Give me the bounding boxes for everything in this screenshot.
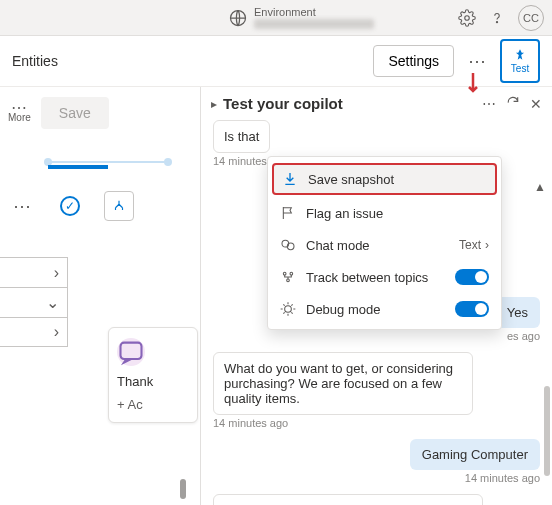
menu-chat-mode[interactable]: Chat mode Text › (268, 229, 501, 261)
svg-point-7 (290, 272, 293, 275)
close-icon[interactable]: ✕ (530, 96, 542, 112)
chevron-right-icon: › (54, 323, 59, 341)
more-button[interactable]: ⋯ More (8, 103, 31, 124)
check-icon: ✓ (60, 196, 80, 216)
svg-rect-3 (121, 343, 142, 359)
canvas-connector (48, 161, 168, 163)
save-button[interactable]: Save (41, 97, 109, 129)
panel-title: Test your copilot (223, 95, 476, 112)
test-button-label: Test (511, 63, 529, 74)
ellipsis-icon: ⋯ (13, 195, 31, 217)
flag-icon (280, 205, 296, 221)
svg-point-8 (287, 279, 290, 282)
stack-group: › ⌄ › (0, 257, 68, 347)
bot-message: Is that (213, 120, 270, 153)
timestamp: 14 minutes ago (213, 472, 540, 484)
menu-track-topics[interactable]: Track between topics (268, 261, 501, 293)
more-label: More (8, 112, 31, 123)
annotation-arrow (466, 71, 480, 102)
menu-save-snapshot[interactable]: Save snapshot (272, 163, 497, 195)
ellipsis-icon: ⋯ (11, 103, 27, 113)
gear-icon[interactable] (458, 9, 476, 27)
svg-point-1 (465, 15, 470, 20)
avatar[interactable]: CC (518, 5, 544, 31)
menu-label: Save snapshot (308, 172, 394, 187)
menu-label: Flag an issue (306, 206, 383, 221)
node-overflow[interactable]: ⋯ (8, 192, 36, 220)
canvas-highlight (48, 165, 108, 169)
topics-icon (280, 269, 296, 285)
test-button[interactable]: Test (500, 39, 540, 83)
download-icon (282, 171, 298, 187)
timestamp: es ago (213, 330, 540, 342)
stack-item[interactable]: › (0, 317, 68, 347)
menu-flag-issue[interactable]: Flag an issue (268, 197, 501, 229)
svg-point-9 (285, 306, 292, 313)
panel-overflow-button[interactable]: ⋯ (482, 96, 496, 112)
branch-node[interactable] (104, 191, 134, 221)
help-icon[interactable] (488, 9, 506, 27)
bot-message: What do you want to get, or considering … (213, 352, 473, 415)
caret-right-icon[interactable]: ▸ (211, 97, 217, 111)
panel-header: ▸ Test your copilot ⋯ ✕ (201, 87, 552, 120)
bug-icon (280, 301, 296, 317)
refresh-icon[interactable] (506, 95, 520, 112)
card-add-label[interactable]: + Ac (117, 397, 189, 412)
stack-item[interactable]: ⌄ (0, 287, 68, 317)
avatar-initials: CC (523, 12, 539, 24)
chevron-down-icon: ⌄ (46, 293, 59, 312)
menu-label: Debug mode (306, 302, 380, 317)
card-title: Thank (117, 374, 189, 389)
bot-message: Go get 'em tiger! Sudoku helps keep the … (213, 494, 483, 505)
chat-body: Is that 14 minutes ago Save snapshot Fla… (201, 120, 552, 505)
scroll-up-icon[interactable]: ▲ (534, 180, 546, 194)
canvas: ⋯ ✓ › ⌄ › Thank + Ac (8, 147, 192, 487)
test-panel: ▸ Test your copilot ⋯ ✕ Is that 14 minut… (200, 87, 552, 505)
svg-point-5 (287, 243, 294, 250)
chat-icon (280, 237, 296, 253)
node-check[interactable]: ✓ (56, 192, 84, 220)
top-bar: Environment CC (0, 0, 552, 36)
toggle-track-topics[interactable] (455, 269, 489, 285)
pin-icon (513, 48, 527, 62)
canvas-scrollbar-thumb[interactable] (180, 479, 186, 499)
environment-block: Environment (254, 6, 374, 29)
environment-name-blurred (254, 19, 374, 29)
overflow-button[interactable]: ⋯ (464, 52, 490, 70)
menu-debug-mode[interactable]: Debug mode (268, 293, 501, 325)
main-area: ⋯ More Save ⋯ ✓ › ⌄ › (0, 87, 552, 505)
settings-button[interactable]: Settings (373, 45, 454, 77)
chevron-right-icon: › (54, 264, 59, 282)
panel-overflow-menu: Save snapshot Flag an issue Chat mode Te… (267, 156, 502, 330)
environment-label: Environment (254, 6, 374, 18)
stack-item[interactable]: › (0, 257, 68, 287)
svg-point-2 (496, 21, 497, 22)
branch-icon (112, 199, 126, 213)
page-title: Entities (12, 53, 58, 69)
message-icon (117, 338, 145, 366)
authoring-canvas: ⋯ More Save ⋯ ✓ › ⌄ › (0, 87, 200, 505)
chevron-right-icon: › (485, 238, 489, 252)
chat-scrollbar-thumb[interactable] (544, 386, 550, 476)
message-node-card[interactable]: Thank + Ac (108, 327, 198, 423)
environment-icon (228, 8, 248, 28)
svg-point-6 (283, 272, 286, 275)
menu-label: Track between topics (306, 270, 428, 285)
toggle-debug-mode[interactable] (455, 301, 489, 317)
menu-label: Chat mode (306, 238, 370, 253)
user-reply[interactable]: Gaming Computer (410, 439, 540, 470)
menu-value: Text › (459, 238, 489, 252)
timestamp: 14 minutes ago (213, 417, 540, 429)
